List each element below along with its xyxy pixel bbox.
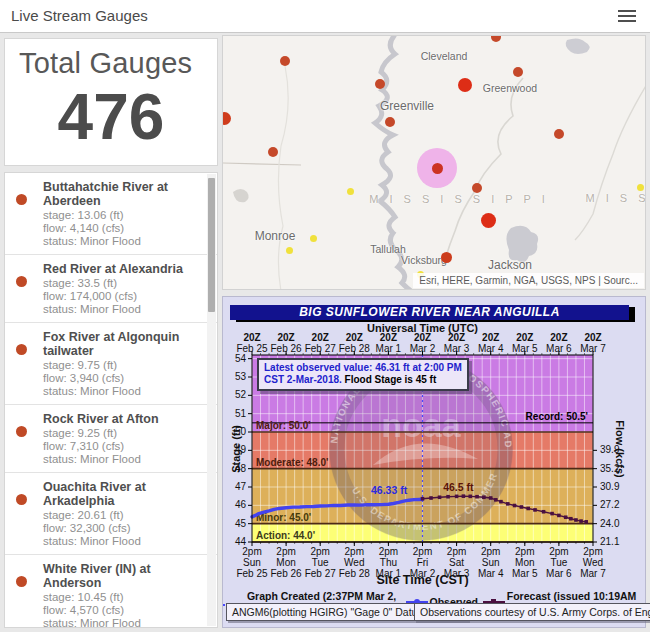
svg-text:Mar 5: Mar 5 xyxy=(512,343,538,354)
gauge-flow: flow: 4,570 (cfs) xyxy=(43,604,203,617)
page-title: Live Stream Gauges xyxy=(11,7,148,24)
gauge-status: status: Minor Flood xyxy=(43,535,203,548)
gauge-flow: flow: 3,940 (cfs) xyxy=(43,372,203,385)
gauge-status: status: Minor Flood xyxy=(43,453,203,466)
gauge-status: status: Minor Flood xyxy=(43,235,203,248)
svg-text:46.5 ft: 46.5 ft xyxy=(443,481,474,493)
gauge-flow: flow: 7,310 (cfs) xyxy=(43,440,203,453)
gauge-name: Ouachita River at Arkadelphia xyxy=(43,480,203,508)
gauge-map-marker[interactable] xyxy=(280,56,290,66)
svg-text:2pm: 2pm xyxy=(549,546,568,557)
svg-text:2pm: 2pm xyxy=(583,546,602,557)
svg-text:2pm: 2pm xyxy=(413,546,432,557)
flood-stage-note: Flood Stage is 45 ft xyxy=(345,374,437,385)
gauge-map-marker[interactable] xyxy=(347,188,354,195)
svg-text:2pm: 2pm xyxy=(276,546,295,557)
gauge-list-item[interactable]: Fox River at Algonquin tailwater stage: … xyxy=(5,323,217,405)
gauge-list-item[interactable]: Buttahatchie River at Aberdeen stage: 13… xyxy=(5,173,217,255)
svg-text:Sat: Sat xyxy=(449,557,464,568)
gauge-list-panel: Buttahatchie River at Aberdeen stage: 13… xyxy=(4,172,218,628)
svg-text:Feb 26: Feb 26 xyxy=(271,343,303,354)
svg-text:2pm: 2pm xyxy=(515,546,534,557)
svg-text:Action: 44.0': Action: 44.0' xyxy=(256,530,315,541)
svg-text:Mon: Mon xyxy=(276,557,295,568)
gauge-map-marker[interactable] xyxy=(458,78,472,92)
gauge-status-dot xyxy=(16,576,27,587)
svg-text:45: 45 xyxy=(235,518,247,529)
svg-text:46: 46 xyxy=(235,499,247,510)
gauge-map-marker[interactable] xyxy=(385,117,395,127)
gauge-stage: stage: 13.06 (ft) xyxy=(43,209,203,222)
gauge-flow: flow: 4,140 (cfs) xyxy=(43,222,203,235)
svg-text:44: 44 xyxy=(235,536,247,547)
gauge-map-marker[interactable] xyxy=(554,129,564,139)
svg-text:Feb 28: Feb 28 xyxy=(339,343,371,354)
gauge-map-marker[interactable] xyxy=(268,147,278,157)
map-panel[interactable]: ClevelandGreenwoodGreenvilleMonroeTallul… xyxy=(222,35,646,290)
gauge-map-marker[interactable] xyxy=(286,247,293,254)
gauge-status-dot xyxy=(16,426,27,437)
svg-text:Record: 50.5': Record: 50.5' xyxy=(526,411,588,422)
gauge-stage: stage: 20.61 (ft) xyxy=(43,509,203,522)
gauge-flow: flow: 32,300 (cfs) xyxy=(43,522,203,535)
svg-text:46.33 ft: 46.33 ft xyxy=(371,484,408,496)
svg-text:Mar 2: Mar 2 xyxy=(410,343,436,354)
svg-text:Thu: Thu xyxy=(380,557,397,568)
svg-text:2pm: 2pm xyxy=(310,546,329,557)
app-header: Live Stream Gauges xyxy=(0,0,650,33)
gauge-stage: stage: 9.25 (ft) xyxy=(43,427,203,440)
svg-text:Major: 50.0': Major: 50.0' xyxy=(256,420,311,431)
map-markers xyxy=(223,36,645,289)
svg-text:Tue: Tue xyxy=(312,557,329,568)
gauge-name: White River (IN) at Anderson xyxy=(43,562,203,590)
gauge-list-item[interactable]: White River (IN) at Anderson stage: 10.4… xyxy=(5,555,217,628)
gauge-name: Buttahatchie River at Aberdeen xyxy=(43,180,203,208)
gauge-list-item[interactable]: Rock River at Afton stage: 9.25 (ft) flo… xyxy=(5,405,217,473)
svg-text:24.0: 24.0 xyxy=(600,518,620,529)
svg-text:2pm: 2pm xyxy=(379,546,398,557)
gauge-map-marker[interactable] xyxy=(513,67,523,77)
gauge-map-marker[interactable] xyxy=(637,184,644,191)
gauge-list: Buttahatchie River at Aberdeen stage: 13… xyxy=(5,173,217,628)
gauge-status-dot xyxy=(16,276,27,287)
gauge-list-item[interactable]: Red River at Alexandria stage: 33.5 (ft)… xyxy=(5,255,217,323)
svg-text:Mar 7: Mar 7 xyxy=(580,343,606,354)
gauge-map-marker[interactable] xyxy=(491,35,501,42)
svg-text:Mar 1: Mar 1 xyxy=(376,343,402,354)
svg-text:Mon: Mon xyxy=(515,557,534,568)
scrollbar-thumb[interactable] xyxy=(208,178,215,312)
gauge-status: status: Minor Flood xyxy=(43,617,203,628)
svg-text:21.1: 21.1 xyxy=(600,536,620,547)
svg-text:2pm: 2pm xyxy=(242,546,261,557)
latest-observed-date: CST 2-Mar-2018. xyxy=(264,374,342,385)
menu-button[interactable] xyxy=(614,5,640,27)
svg-text:Mar 6: Mar 6 xyxy=(546,343,572,354)
svg-text:Moderate: 48.0': Moderate: 48.0' xyxy=(256,457,328,468)
svg-text:Tue: Tue xyxy=(550,557,567,568)
svg-text:Mar 3: Mar 3 xyxy=(444,343,470,354)
list-scrollbar[interactable] xyxy=(207,174,216,626)
svg-text:2pm: 2pm xyxy=(345,546,364,557)
svg-text:Sun: Sun xyxy=(243,557,261,568)
svg-text:27.2: 27.2 xyxy=(600,499,620,510)
gauge-map-marker[interactable] xyxy=(481,213,496,228)
gauge-flow: flow: 174,000 (cfs) xyxy=(43,290,203,303)
selected-gauge-map-marker[interactable] xyxy=(432,163,443,174)
observations-credit-box: Observations courtesy of U.S. Army Corps… xyxy=(414,603,650,621)
gauge-map-marker[interactable] xyxy=(472,183,482,193)
gauge-map-marker[interactable] xyxy=(375,79,385,89)
gauge-map-marker[interactable] xyxy=(441,252,452,263)
gauge-list-item[interactable]: Ouachita River at Arkadelphia stage: 20.… xyxy=(5,473,217,555)
gauge-map-marker[interactable] xyxy=(310,235,317,242)
latest-observed-line1: Latest observed value: 46.31 ft at 2:00 … xyxy=(264,362,462,374)
gauge-map-marker[interactable] xyxy=(222,112,231,125)
chart-title-text: BIG SUNFLOWER RIVER NEAR ANGUILLA xyxy=(299,305,560,319)
gauge-stage: stage: 10.45 (ft) xyxy=(43,591,203,604)
total-gauges-value: 476 xyxy=(5,82,217,152)
svg-text:2pm: 2pm xyxy=(481,546,500,557)
hydrograph-panel: NATIONAL OCEANIC AND ATMOSPHERIC ADMINIS… xyxy=(222,296,646,628)
svg-text:noaa: noaa xyxy=(381,406,461,444)
utc-axis-title: Universal Time (UTC) xyxy=(252,322,593,334)
gauge-status-dot xyxy=(16,344,27,355)
svg-text:Sun: Sun xyxy=(482,557,500,568)
